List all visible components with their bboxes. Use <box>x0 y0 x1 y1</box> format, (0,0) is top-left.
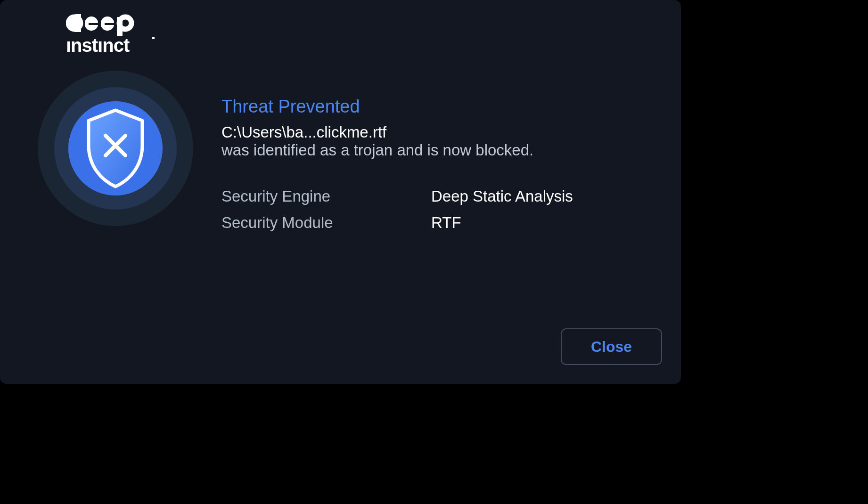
shield-x-icon <box>85 108 146 188</box>
svg-rect-1 <box>75 14 81 32</box>
alert-title: Threat Prevented <box>221 97 573 117</box>
svg-point-3 <box>119 17 131 29</box>
security-engine-value: Deep Static Analysis <box>431 187 573 205</box>
deep-instinct-logo-icon: ınstınct <box>66 14 158 56</box>
brand-logo: ınstınct <box>66 14 158 57</box>
security-module-value: RTF <box>431 214 573 232</box>
svg-rect-5 <box>152 37 155 39</box>
close-button[interactable]: Close <box>561 328 662 365</box>
security-module-label: Security Module <box>221 214 431 232</box>
alert-file-path: C:\Users\ba...clickme.rtf <box>221 123 573 141</box>
alert-details-grid: Security Engine Deep Static Analysis Sec… <box>221 187 573 232</box>
alert-description: was identified as a trojan and is now bl… <box>221 141 573 159</box>
svg-text:ınstınct: ınstınct <box>66 35 130 56</box>
close-button-label: Close <box>591 338 632 356</box>
dialog-content: Threat Prevented C:\Users\ba...clickme.r… <box>38 71 662 232</box>
security-engine-label: Security Engine <box>221 187 431 205</box>
alert-text-column: Threat Prevented C:\Users\ba...clickme.r… <box>221 71 573 232</box>
threat-prevented-dialog: ınstınct Threat Prevented C:\User <box>0 0 681 384</box>
shield-badge <box>38 71 193 226</box>
